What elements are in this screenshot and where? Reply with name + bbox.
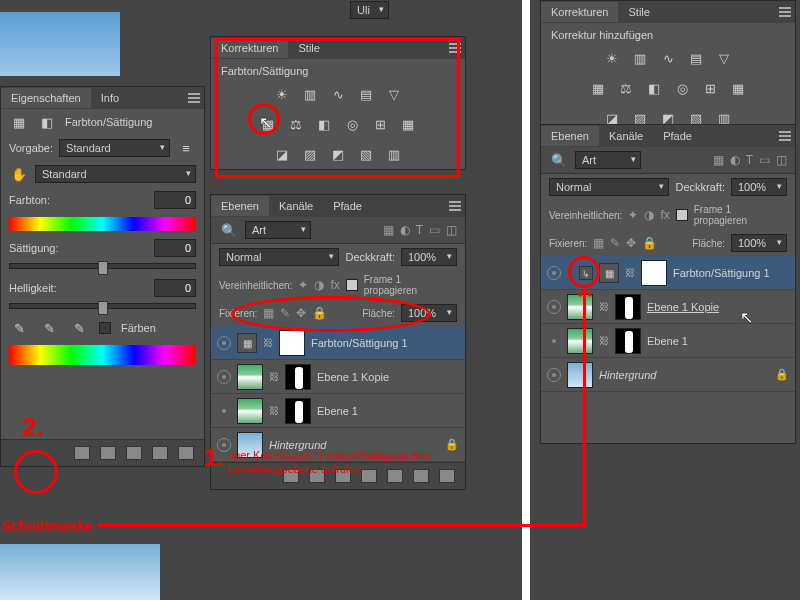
layer-row[interactable]: Hintergrund 🔒: [541, 358, 795, 392]
curves-icon[interactable]: ∿: [658, 49, 678, 67]
hue-field[interactable]: 0: [154, 191, 196, 209]
visibility-icon[interactable]: [547, 266, 561, 280]
blend-mode-dropdown[interactable]: Normal: [219, 248, 339, 266]
mask-thumb[interactable]: [285, 398, 311, 424]
colorize-checkbox[interactable]: [99, 322, 111, 334]
unify-vis-icon[interactable]: ◑: [314, 278, 324, 292]
tab-eigenschaften[interactable]: Eigenschaften: [1, 88, 91, 108]
link-icon[interactable]: ⛓: [263, 337, 273, 348]
tab-korrekturen[interactable]: Korrekturen: [541, 2, 618, 22]
opacity-field[interactable]: 100%: [401, 248, 457, 266]
filter-adjust-icon[interactable]: ◐: [400, 223, 410, 237]
eyedropper-minus-icon[interactable]: ✎: [69, 319, 89, 337]
visibility-icon[interactable]: [547, 368, 561, 382]
layer-thumb[interactable]: [567, 362, 593, 388]
panel-menu-icon[interactable]: [188, 93, 200, 103]
lock-all-icon[interactable]: 🔒: [642, 236, 657, 250]
unify-vis-icon[interactable]: ◑: [644, 208, 654, 222]
lut-icon[interactable]: ▦: [728, 79, 748, 97]
unify-pos-icon[interactable]: ✦: [628, 208, 638, 222]
filter-smart-icon[interactable]: ◫: [776, 153, 787, 167]
unify-pos-icon[interactable]: ✦: [298, 278, 308, 292]
filter-shape-icon[interactable]: ▭: [429, 223, 440, 237]
clip-to-layer-icon[interactable]: [74, 446, 90, 460]
filter-type-dropdown[interactable]: Art: [245, 221, 311, 239]
preset-menu-icon[interactable]: ≡: [176, 139, 196, 157]
link-icon[interactable]: ⛓: [269, 371, 279, 382]
lightness-slider[interactable]: [9, 303, 196, 309]
propagate-checkbox[interactable]: [676, 209, 688, 221]
visibility-icon[interactable]: [217, 404, 231, 418]
filter-pixel-icon[interactable]: ▦: [383, 223, 394, 237]
tab-pfade[interactable]: Pfade: [653, 126, 702, 146]
fill-field[interactable]: 100%: [731, 234, 787, 252]
propagate-checkbox[interactable]: [346, 279, 358, 291]
panel-menu-icon[interactable]: [449, 201, 461, 211]
link-icon[interactable]: ⛓: [599, 301, 609, 312]
filter-adjust-icon[interactable]: ◐: [730, 153, 740, 167]
layer-name[interactable]: Farbton/Sättigung 1: [673, 267, 770, 279]
tab-info[interactable]: Info: [91, 88, 129, 108]
targeted-adjust-icon[interactable]: ✋: [9, 165, 29, 183]
saturation-field[interactable]: 0: [154, 239, 196, 257]
layer-thumb[interactable]: [567, 328, 593, 354]
lightness-field[interactable]: 0: [154, 279, 196, 297]
tab-ebenen[interactable]: Ebenen: [211, 196, 269, 216]
filter-type-dropdown[interactable]: Art: [575, 151, 641, 169]
mask-thumb[interactable]: [285, 364, 311, 390]
mask-toggle-icon[interactable]: ◧: [37, 113, 57, 131]
search-icon[interactable]: 🔍: [219, 221, 239, 239]
lock-move-icon[interactable]: ✥: [626, 236, 636, 250]
link-icon[interactable]: ⛓: [625, 267, 635, 278]
channel-mixer-icon[interactable]: ⊞: [700, 79, 720, 97]
exposure-icon[interactable]: ▤: [686, 49, 706, 67]
hue-sat-icon[interactable]: ▦: [588, 79, 608, 97]
panel-menu-icon[interactable]: [779, 7, 791, 17]
tab-kanaele[interactable]: Kanäle: [599, 126, 653, 146]
bw-icon[interactable]: ◧: [644, 79, 664, 97]
visibility-icon[interactable]: [547, 300, 561, 314]
panel-menu-icon[interactable]: [779, 131, 791, 141]
search-icon[interactable]: 🔍: [549, 151, 569, 169]
eyedropper-icon[interactable]: ✎: [9, 319, 29, 337]
levels-icon[interactable]: ▥: [630, 49, 650, 67]
filter-smart-icon[interactable]: ◫: [446, 223, 457, 237]
view-previous-icon[interactable]: [100, 446, 116, 460]
tab-kanaele[interactable]: Kanäle: [269, 196, 323, 216]
layer-row[interactable]: ⛓ Ebene 1 Kopie: [211, 360, 465, 394]
vibrance-icon[interactable]: ▽: [714, 49, 734, 67]
tab-stile[interactable]: Stile: [618, 2, 659, 22]
brightness-icon[interactable]: ☀: [602, 49, 622, 67]
layer-thumb[interactable]: [237, 398, 263, 424]
channel-dropdown[interactable]: Standard: [35, 165, 196, 183]
mask-thumb[interactable]: [279, 330, 305, 356]
unify-style-icon[interactable]: fx: [660, 208, 669, 222]
tab-ebenen[interactable]: Ebenen: [541, 126, 599, 146]
visibility-icon[interactable]: [547, 334, 561, 348]
toggle-visibility-icon[interactable]: [152, 446, 168, 460]
mask-thumb[interactable]: [641, 260, 667, 286]
filter-type-icon[interactable]: T: [416, 223, 423, 237]
adjustment-thumb-icon[interactable]: ▦: [237, 333, 257, 353]
profile-dropdown[interactable]: Uli: [350, 1, 389, 19]
layer-row[interactable]: ⛓ Ebene 1: [541, 324, 795, 358]
lock-trans-icon[interactable]: ▦: [593, 236, 604, 250]
opacity-field[interactable]: 100%: [731, 178, 787, 196]
preset-dropdown[interactable]: Standard: [59, 139, 170, 157]
layer-thumb[interactable]: [237, 364, 263, 390]
delete-icon[interactable]: [178, 446, 194, 460]
mask-thumb[interactable]: [615, 328, 641, 354]
visibility-icon[interactable]: [217, 336, 231, 350]
blend-mode-dropdown[interactable]: Normal: [549, 178, 669, 196]
filter-type-icon[interactable]: T: [746, 153, 753, 167]
mask-thumb[interactable]: [615, 294, 641, 320]
layer-name[interactable]: Ebene 1 Kopie: [317, 371, 389, 383]
eyedropper-plus-icon[interactable]: ✎: [39, 319, 59, 337]
unify-style-icon[interactable]: fx: [330, 278, 339, 292]
lock-paint-icon[interactable]: ✎: [610, 236, 620, 250]
layer-name[interactable]: Ebene 1: [647, 335, 688, 347]
tab-pfade[interactable]: Pfade: [323, 196, 372, 216]
saturation-slider[interactable]: [9, 263, 196, 269]
photo-filter-icon[interactable]: ◎: [672, 79, 692, 97]
trash-icon[interactable]: [439, 469, 455, 483]
